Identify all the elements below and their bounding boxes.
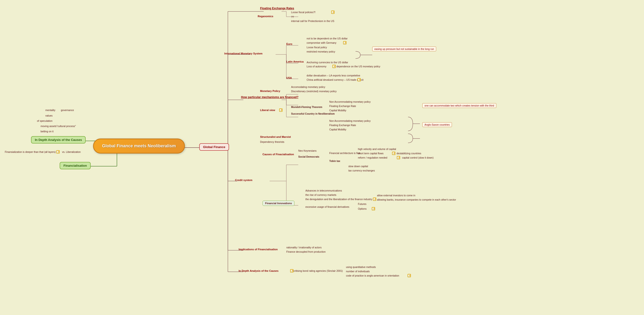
social-democrats-label: Social Democrats (298, 155, 319, 158)
successful-country-label: Successful Country in Neoliberalism (291, 112, 335, 115)
moving-assets-label: moving assets (40, 125, 56, 128)
liberal-view-label: Liberal view (260, 109, 275, 112)
floating-rate-2-label: Floating Exchange Rate (329, 124, 356, 127)
financial-innovations-label: Financial Innovations (262, 201, 294, 206)
of-speculation-label: of speculation (37, 119, 52, 122)
global-finance-node: Global Finance (199, 143, 229, 151)
critising-label: critising bond rating agencies (Sinclair… (294, 269, 343, 272)
restricted-monetary-label: restricted monetary policy (306, 50, 335, 53)
ims-label: International Monetary System (224, 52, 262, 55)
compromise-germany-label: compromise with Germany (306, 41, 336, 44)
usa-label: USA (286, 76, 292, 79)
betting-label: betting on it (40, 130, 54, 133)
rationality-label: rationality / irrationality of actors (286, 246, 322, 249)
slow-down-capital-label: slow down capital (348, 165, 368, 168)
governance-label: governance (61, 109, 74, 112)
capital-mobility-1-label: Capital Mobility (329, 109, 346, 112)
internal-call-label: internal call for Protectionism in the U… (291, 20, 334, 23)
in-depth-analysis-left-node: In Depth Analysis of the Causes (31, 136, 86, 144)
latin-america-label: Latin America (286, 60, 304, 63)
deregulation-label: the deregulation and the liberalization … (306, 198, 372, 201)
icon-china: 📝 (358, 78, 361, 81)
icon-loose-fiscal: 📝 (331, 11, 334, 14)
mundell-fleming-label: Mundell-Fleming Theorem (291, 106, 322, 108)
non-accom-1-label: Non Accommodating monetary policy (329, 100, 370, 103)
anglo-saxon-label: Anglo-Saxon countries (422, 122, 452, 127)
structuralist-label: Structuralist and Marxist (260, 135, 291, 138)
finance-decoupled-label: Finance decoupled from production (286, 250, 326, 253)
in-depth-right-label: In Depth Analysis of the Causes (238, 269, 278, 272)
icon-liberal-view: 📝 (279, 108, 282, 112)
code-practice-label: code of practice is anglo-american in or… (346, 274, 399, 277)
capital-control-label: capital control (slow it down) (402, 156, 434, 159)
financial-arch-label: Financial architecture is fine (329, 152, 360, 155)
icon-deregulation: 📝 (373, 197, 376, 201)
dependence-label: dependence on the US monetary policy (336, 65, 380, 68)
causes-financialisation-label: Causes of Finacialisation (262, 153, 294, 156)
euro-label: Euro (286, 43, 292, 45)
reform-regulation-label: reform / regulation needed (358, 156, 387, 159)
financialisation-node: Financialisation (60, 162, 91, 169)
reganomics-label: Reganomics (258, 15, 273, 18)
dollar-devaluation-label: dollar devaluation – LA exports less com… (306, 74, 360, 77)
question-marks-label: ?? (291, 16, 294, 18)
china-artificial-label: China artificial devalued currency – US … (306, 78, 364, 81)
loose-fiscal-policy-label: Loose fiscal policy (306, 46, 327, 49)
central-node: Global Finance meets Neoliberalism (93, 139, 185, 154)
credit-system-label: Credit system (235, 179, 252, 181)
tobin-tax-label: Tobin tax (329, 160, 340, 162)
short-term-capital-label: short term capital flows (358, 152, 384, 155)
icon-code-practice: 📝 (408, 274, 411, 277)
mindmap-container: Global Finance meets Neoliberalism Globa… (0, 0, 644, 315)
vs-liberalization-label: vs. Liberalization (62, 150, 81, 153)
loss-autonomy-label: Loss of autonomy (306, 65, 326, 68)
using-quantitative-label: using quantitative methods (346, 265, 376, 268)
capital-mobility-2-label: Capital Mobility (329, 128, 346, 131)
implications-label: Implications of Financialisation (238, 248, 278, 251)
icon-loss-autonomy: 📝 (332, 65, 336, 68)
accommodating-label: Accomodating monetary policy (291, 86, 325, 88)
not-dependent-label: not to be dependent on the US dollar (306, 37, 348, 40)
loose-fiscal-policies-label: Loose fiscal policies?! (291, 11, 316, 14)
non-accom-2-label: Non Accommodating monetary policy (329, 119, 370, 122)
futures-label: Futures (358, 202, 366, 205)
anchoring-label: Anchoring currencies to the US dollar (306, 61, 348, 64)
icon-reform: 📝 (397, 156, 400, 159)
icon-compromise: 📝 (343, 41, 346, 45)
advances-telecom-label: Advances in telecommunications (306, 189, 342, 192)
mentality-label: mentality (45, 109, 55, 112)
how-particular-title: How particular mechanisms are financed? (241, 96, 298, 99)
cultural-process-label: "cultural process" (56, 125, 76, 128)
icon-note-financialisation: 📝 (56, 150, 60, 154)
excessive-usage-label: excessive usage of financial derivatives (306, 205, 349, 208)
easing-up-label: easing up pressure but not sustainable i… (372, 47, 436, 51)
number-individuals-label: number of individuals (346, 270, 370, 273)
financialisation-deeper-label: Finansialization is deeper than that (al… (5, 150, 56, 153)
floating-exchange-rates-title: Floating Exchange Rates (260, 7, 294, 10)
dependency-label: Dependency theorists (260, 140, 284, 143)
floating-rate-1-label: Floating Exchange Rate (329, 105, 356, 108)
high-velocity-label: high velocity and volume of capital (358, 148, 396, 150)
values-label: values (45, 114, 52, 117)
allowing-banks-label: allowing banks, insurance companies to c… (377, 198, 456, 201)
options-label: Options (358, 207, 366, 210)
monetary-policy-label: Monetary Policy (260, 90, 280, 92)
rise-currency-label: the rise of currency markets (306, 193, 336, 196)
discretionary-label: Discretionary (restricted) monetary poli… (291, 90, 337, 93)
one-can-label: one can accommodate two which creates te… (422, 103, 496, 108)
destabilizing-label: destabilizing countries (396, 152, 421, 155)
tax-currency-label: tax currency exchanges (348, 169, 375, 172)
icon-options: 📝 (372, 207, 375, 210)
allow-external-label: allow external investors to come in (377, 194, 416, 197)
icon-short-term: 📝 (392, 152, 395, 155)
neo-keynesians-label: Neo Keynesians (298, 149, 316, 152)
icon-in-depth: 📝 (290, 269, 294, 272)
